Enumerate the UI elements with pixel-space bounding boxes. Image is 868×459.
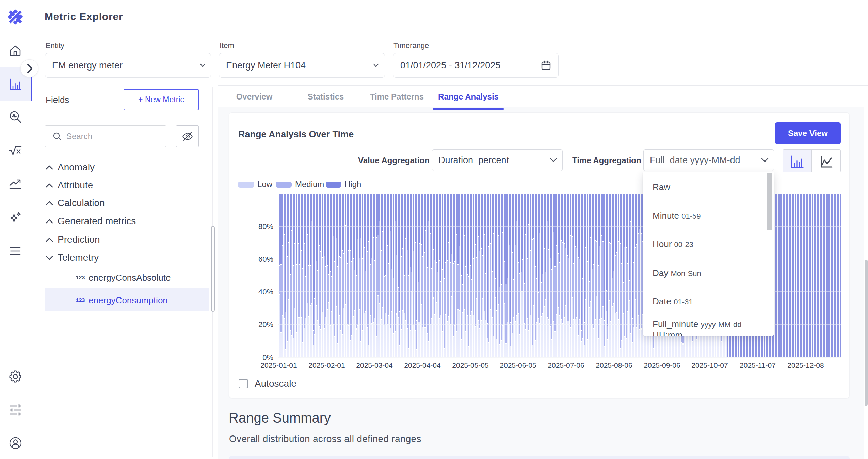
svg-text:2025-01-01: 2025-01-01 bbox=[260, 361, 297, 369]
svg-text:60%: 60% bbox=[258, 255, 273, 263]
svg-text:20%: 20% bbox=[258, 320, 273, 329]
svg-text:80%: 80% bbox=[258, 222, 273, 231]
svg-text:2025-07-06: 2025-07-06 bbox=[548, 361, 584, 369]
svg-text:2025-04-04: 2025-04-04 bbox=[404, 361, 441, 369]
svg-text:2025-05-05: 2025-05-05 bbox=[452, 361, 488, 369]
svg-text:2025-03-04: 2025-03-04 bbox=[356, 361, 393, 369]
svg-text:2025-02-01: 2025-02-01 bbox=[308, 361, 345, 369]
svg-text:2025-09-06: 2025-09-06 bbox=[644, 361, 680, 369]
svg-text:2025-12-08: 2025-12-08 bbox=[787, 361, 824, 369]
svg-text:2025-06-05: 2025-06-05 bbox=[500, 361, 536, 369]
svg-text:2025-10-07: 2025-10-07 bbox=[691, 361, 728, 369]
svg-text:0%: 0% bbox=[262, 353, 273, 362]
svg-text:2025-11-07: 2025-11-07 bbox=[740, 361, 776, 369]
svg-text:2025-08-06: 2025-08-06 bbox=[596, 361, 632, 369]
svg-text:40%: 40% bbox=[258, 288, 273, 296]
